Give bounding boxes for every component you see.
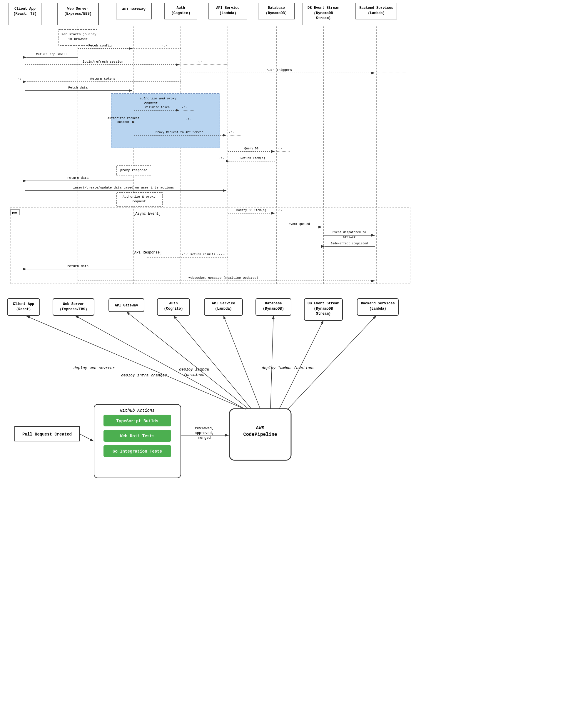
- svg-text:·:·: ·:·: [229, 131, 234, 134]
- svg-text:DB Event Stream: DB Event Stream: [308, 302, 339, 306]
- diagram-container: Client App (React, TS) Web Server (Expre…: [0, 0, 588, 719]
- svg-text:Backend Services: Backend Services: [359, 6, 393, 10]
- svg-text:·:·: Return results ·····: ·:·: Return results ·····: [182, 253, 226, 256]
- svg-text:insert/create/update data base: insert/create/update data based on user …: [73, 186, 174, 189]
- svg-line-156: [173, 315, 251, 409]
- svg-text:(Lambda): (Lambda): [219, 11, 236, 15]
- svg-text:Validate token: Validate token: [145, 106, 170, 109]
- svg-line-159: [279, 321, 323, 409]
- svg-rect-56: [111, 94, 220, 148]
- svg-text:return data: return data: [67, 176, 89, 180]
- svg-text:·:·: ·:·: [162, 44, 167, 47]
- svg-line-160: [288, 315, 376, 409]
- sequence-diagram-svg: Client App (React, TS) Web Server (Expre…: [0, 0, 588, 294]
- svg-text:context: context: [117, 121, 130, 124]
- svg-text:Web Server: Web Server: [67, 7, 88, 11]
- svg-text:·:·: ·:·: [186, 118, 191, 121]
- svg-text:approved,: approved,: [195, 431, 214, 435]
- svg-text:par: par: [12, 211, 18, 214]
- svg-text:(Express/EBS): (Express/EBS): [60, 307, 87, 311]
- svg-text:(Cognito): (Cognito): [171, 11, 190, 15]
- svg-text:Stream): Stream): [316, 312, 331, 316]
- svg-text:request: request: [132, 200, 146, 203]
- svg-text:TypeScript Builds: TypeScript Builds: [117, 419, 159, 424]
- svg-text:Client App: Client App: [13, 302, 34, 306]
- svg-line-157: [224, 315, 260, 409]
- svg-text:Event dispatched to: Event dispatched to: [333, 231, 366, 234]
- svg-rect-34: [59, 29, 97, 46]
- svg-text:service: service: [343, 235, 355, 239]
- svg-text:login/refresh session: login/refresh session: [83, 60, 124, 63]
- svg-text:functinos: functinos: [184, 373, 204, 377]
- svg-text:(Lambda): (Lambda): [215, 307, 232, 311]
- svg-text:reviewed,: reviewed,: [195, 426, 214, 431]
- svg-rect-10: [9, 3, 41, 25]
- svg-text:deploy web sevrrer: deploy web sevrrer: [74, 366, 115, 370]
- svg-line-155: [126, 312, 248, 409]
- svg-text:·:·: ·:·: [18, 77, 23, 81]
- svg-rect-21: [209, 3, 247, 19]
- svg-text:Authorized request: Authorized request: [108, 117, 139, 120]
- svg-text:request: request: [144, 101, 158, 105]
- svg-text:Database: Database: [265, 302, 282, 306]
- svg-text:deploy lambda: deploy lambda: [179, 367, 209, 372]
- svg-rect-84: [117, 192, 162, 207]
- svg-text:Fetch data: Fetch data: [68, 86, 88, 89]
- svg-text:(DynamoDB: (DynamoDB: [314, 11, 333, 15]
- svg-text:Return app shell: Return app shell: [36, 53, 67, 56]
- svg-text:API Service: API Service: [216, 6, 239, 10]
- svg-rect-87: [10, 210, 20, 215]
- deployment-diagram-svg: Client App (React) Web Server (Express/E…: [0, 294, 588, 719]
- svg-text:Authorize & proxy: Authorize & proxy: [123, 195, 156, 199]
- svg-text:(Express/EBS): (Express/EBS): [64, 12, 92, 16]
- svg-text:authorize and proxy: authorize and proxy: [140, 97, 177, 100]
- svg-text:Side-effect completed: Side-effect completed: [331, 242, 368, 245]
- svg-text:·:·: ·:·: [219, 157, 224, 160]
- svg-rect-27: [303, 3, 344, 25]
- svg-text:·:·: ·:·: [277, 147, 282, 150]
- svg-text:API Gateway: API Gateway: [115, 304, 138, 308]
- svg-text:Go Integration Tests: Go Integration Tests: [112, 449, 162, 454]
- svg-text:[API Response]: [API Response]: [132, 250, 162, 255]
- svg-text:Pull Request Created: Pull Request Created: [22, 432, 72, 437]
- svg-text:proxy response: proxy response: [120, 168, 147, 172]
- svg-text:Auth: Auth: [177, 6, 185, 10]
- svg-text:·:·: ·:·: [388, 68, 394, 72]
- svg-text:[Async Event]: [Async Event]: [133, 212, 161, 216]
- svg-text:Stream): Stream): [316, 16, 331, 20]
- svg-text:(React, TS): (React, TS): [13, 12, 37, 16]
- svg-line-148: [79, 434, 93, 441]
- svg-text:Fetch config: Fetch config: [88, 44, 111, 47]
- svg-line-158: [271, 315, 273, 409]
- svg-text:(DynamoDB: (DynamoDB: [314, 307, 333, 311]
- svg-text:Websocket Message (Realtime Up: Websocket Message (Realtime Updates): [188, 276, 258, 280]
- svg-text:Backend Services: Backend Services: [361, 302, 395, 306]
- svg-rect-108: [10, 207, 410, 284]
- svg-text:·:·: ·:·: [277, 209, 282, 212]
- svg-text:API Service: API Service: [212, 302, 235, 306]
- svg-text:event queued: event queued: [289, 223, 310, 226]
- svg-rect-78: [117, 165, 152, 176]
- svg-rect-111: [7, 299, 40, 315]
- svg-text:·:·: ·:·: [197, 60, 203, 63]
- svg-text:Client App: Client App: [15, 7, 36, 11]
- svg-line-153: [26, 316, 244, 409]
- svg-text:User starts journey: User starts journey: [59, 33, 97, 36]
- svg-text:Proxy Request to API Server: Proxy Request to API Server: [155, 131, 203, 134]
- svg-text:(React): (React): [16, 307, 31, 311]
- svg-text:Modify DB Item(s): Modify DB Item(s): [236, 209, 266, 212]
- svg-text:Return Item(s): Return Item(s): [240, 157, 265, 160]
- svg-text:return data: return data: [67, 264, 89, 268]
- svg-text:Web Unit Tests: Web Unit Tests: [120, 434, 155, 438]
- svg-text:(Lambda): (Lambda): [368, 11, 385, 15]
- svg-text:CodePipeline: CodePipeline: [243, 432, 277, 437]
- svg-text:(Lambda): (Lambda): [369, 307, 386, 311]
- svg-rect-16: [116, 3, 151, 19]
- svg-text:(DynamoDB): (DynamoDB): [266, 11, 287, 15]
- svg-line-154: [75, 315, 246, 409]
- svg-text:Github Actions: Github Actions: [120, 408, 155, 413]
- svg-text:Auth: Auth: [169, 302, 178, 306]
- svg-text:deploy lambda functions: deploy lambda functions: [262, 366, 314, 370]
- svg-text:API Gateway: API Gateway: [122, 7, 145, 12]
- svg-text:in browser: in browser: [68, 37, 88, 41]
